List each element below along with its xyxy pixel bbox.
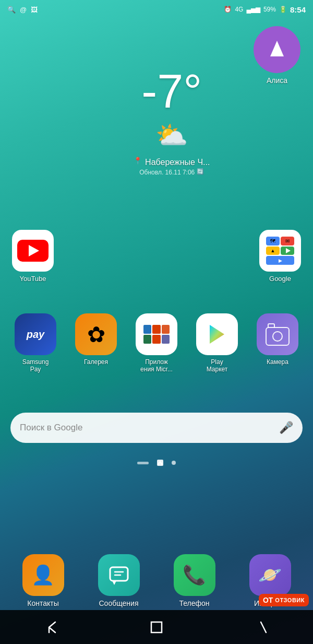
search-bar[interactable]: Поиск в Google 🎤 <box>10 413 303 443</box>
google-icon: 🗺 ✉ ▲ ▶ <box>259 230 301 272</box>
city-name: Набережные Ч... <box>145 158 210 167</box>
ms-excel <box>152 325 160 334</box>
youtube-icon <box>12 230 54 272</box>
google-drive-cell: ▲ <box>266 247 280 255</box>
samsung-pay-label: SamsungPay <box>22 358 49 373</box>
home-dot-icon <box>158 461 162 465</box>
play-market-app[interactable]: PlayМаркет <box>191 313 243 373</box>
play-triangle <box>29 245 39 256</box>
battery-icon: 🔋 <box>279 6 287 13</box>
temperature: -7° <box>134 68 210 115</box>
messages-svg <box>108 564 130 586</box>
google-label: Google <box>269 275 291 283</box>
update-time: Обновл. 16.11 7:06 <box>139 169 195 176</box>
at-icon: @ <box>20 6 27 14</box>
network-type: 4G <box>235 6 243 13</box>
google-grid: 🗺 ✉ ▲ ▶ <box>266 237 294 265</box>
alisa-circle <box>254 26 300 73</box>
youtube-label: YouTube <box>19 275 46 283</box>
location-pin-icon: 📍 <box>134 157 142 165</box>
phone-label: Телефон <box>179 599 209 607</box>
ms-apps-icon <box>136 313 177 355</box>
svg-line-9 <box>261 622 266 633</box>
page-dots <box>0 460 313 466</box>
camera-icon <box>257 313 298 355</box>
search-status-icon: 🔍 <box>7 6 16 14</box>
camera-body-icon <box>266 327 290 346</box>
youtube-app[interactable]: YouTube <box>9 230 56 283</box>
weather-cloud-icon: ⛅ <box>134 120 210 150</box>
contacts-app[interactable]: 👤 Контакты <box>12 554 75 607</box>
svg-rect-3 <box>110 567 128 581</box>
status-icons: 🔍 @ 🖼 <box>7 6 38 14</box>
nav-bar <box>0 610 313 644</box>
ms-outlook <box>152 335 160 344</box>
svg-marker-6 <box>112 581 116 585</box>
recents-icon <box>254 620 268 635</box>
play-market-icon <box>196 313 238 355</box>
ms-onenote <box>143 335 151 344</box>
pay-text: pay <box>27 329 44 341</box>
svg-rect-8 <box>151 622 162 633</box>
google-app[interactable]: 🗺 ✉ ▲ ▶ Google <box>257 230 304 283</box>
image-icon: 🖼 <box>31 6 38 14</box>
samsung-pay-icon: pay <box>15 313 56 355</box>
status-right: ⏰ 4G ▄▅▆ 59% 🔋 8:54 <box>224 5 306 14</box>
status-bar: 🔍 @ 🖼 ⏰ 4G ▄▅▆ 59% 🔋 8:54 <box>0 0 313 19</box>
ms-grid <box>143 325 170 344</box>
play-market-svg <box>206 323 228 346</box>
google-play-tri <box>286 248 291 253</box>
camera-body-wrapper <box>266 323 290 346</box>
ms-powerpoint <box>162 325 170 334</box>
gallery-label: Галерея <box>84 358 108 366</box>
camera-label: Камера <box>267 358 288 366</box>
camera-lens-icon <box>272 331 283 342</box>
phone-app[interactable]: 📞 Телефон <box>163 554 226 607</box>
battery-percent: 59% <box>263 6 276 13</box>
home-button[interactable] <box>143 617 170 638</box>
messages-label: Сообщения <box>99 599 139 607</box>
youtube-play-button <box>17 240 49 262</box>
phone-icon: 📞 <box>174 554 215 596</box>
google-play-cell <box>281 247 294 255</box>
ms-apps-app[interactable]: Приложения Micr... <box>130 313 183 373</box>
mic-icon[interactable]: 🎤 <box>279 421 293 435</box>
messages-icon <box>98 554 140 596</box>
messages-app[interactable]: Сообщения <box>88 554 150 607</box>
active-dot <box>172 461 176 465</box>
internet-icon: 🪐 <box>249 554 291 596</box>
clock: 8:54 <box>290 5 306 14</box>
hamburger-dot <box>137 462 149 464</box>
search-placeholder: Поиск в Google <box>20 423 279 433</box>
ms-word <box>143 325 151 334</box>
refresh-icon: 🔄 <box>197 168 204 175</box>
alarm-icon: ⏰ <box>224 6 232 13</box>
ms-apps-label: Приложения Micr... <box>140 358 173 373</box>
watermark-text: ОТЗОВИК <box>275 597 305 603</box>
svg-marker-2 <box>158 461 162 465</box>
alisa-button[interactable]: Алиса <box>254 26 300 85</box>
google-maps-cell: 🗺 <box>266 237 280 245</box>
ot-icon: ОТ <box>263 596 273 604</box>
play-market-label: PlayМаркет <box>207 358 228 373</box>
google-mail-cell: ✉ <box>281 237 294 245</box>
contacts-label: Контакты <box>27 599 58 607</box>
alisa-icon-svg <box>265 38 289 62</box>
app-row: pay SamsungPay ✿ Галерея Приложения Micr… <box>0 313 313 373</box>
weather-widget: -7° ⛅ 📍 Набережные Ч... Обновл. 16.11 7:… <box>134 68 210 176</box>
home-dot <box>157 460 163 466</box>
samsung-pay-app[interactable]: pay SamsungPay <box>9 313 62 373</box>
back-button[interactable] <box>39 617 65 638</box>
signal-bars: ▄▅▆ <box>246 6 260 13</box>
camera-app[interactable]: Камера <box>251 313 304 366</box>
gallery-app[interactable]: ✿ Галерея <box>70 313 122 366</box>
svg-marker-1 <box>210 325 224 344</box>
google-bottom-cell: ▶ <box>266 256 294 265</box>
gallery-icon: ✿ <box>75 313 117 355</box>
watermark: ОТ ОТЗОВИК <box>259 594 309 606</box>
alisa-label: Алиса <box>267 76 287 85</box>
svg-marker-0 <box>270 41 284 56</box>
contacts-icon: 👤 <box>22 554 64 596</box>
back-icon <box>45 620 59 635</box>
recents-button[interactable] <box>248 617 274 638</box>
